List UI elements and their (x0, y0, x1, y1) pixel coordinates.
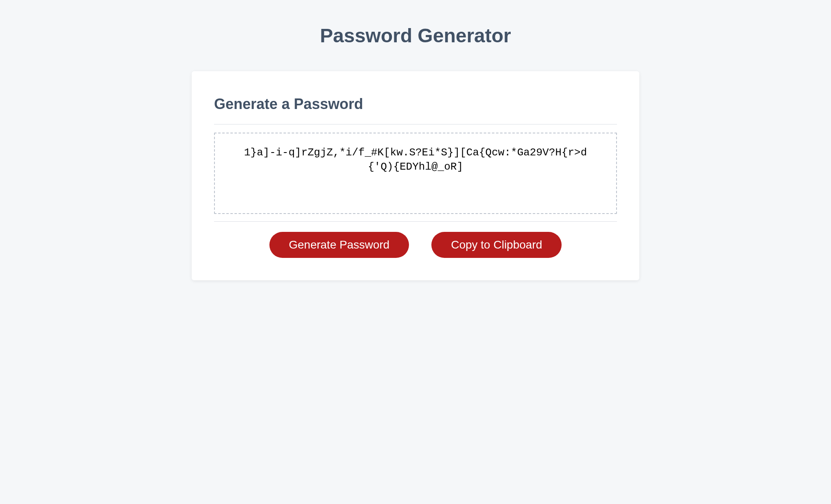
page-title: Password Generator (0, 0, 831, 71)
password-output-text: 1}a]-i-q]rZgjZ,*i/f_#K[kw.S?Ei*S}][Ca{Qc… (235, 146, 596, 174)
copy-to-clipboard-button[interactable]: Copy to Clipboard (431, 232, 562, 258)
button-row: Generate Password Copy to Clipboard (214, 222, 617, 258)
generator-card: Generate a Password 1}a]-i-q]rZgjZ,*i/f_… (192, 71, 639, 280)
generate-password-button[interactable]: Generate Password (269, 232, 409, 258)
card-heading: Generate a Password (214, 96, 617, 124)
password-output-box: 1}a]-i-q]rZgjZ,*i/f_#K[kw.S?Ei*S}][Ca{Qc… (214, 133, 617, 214)
